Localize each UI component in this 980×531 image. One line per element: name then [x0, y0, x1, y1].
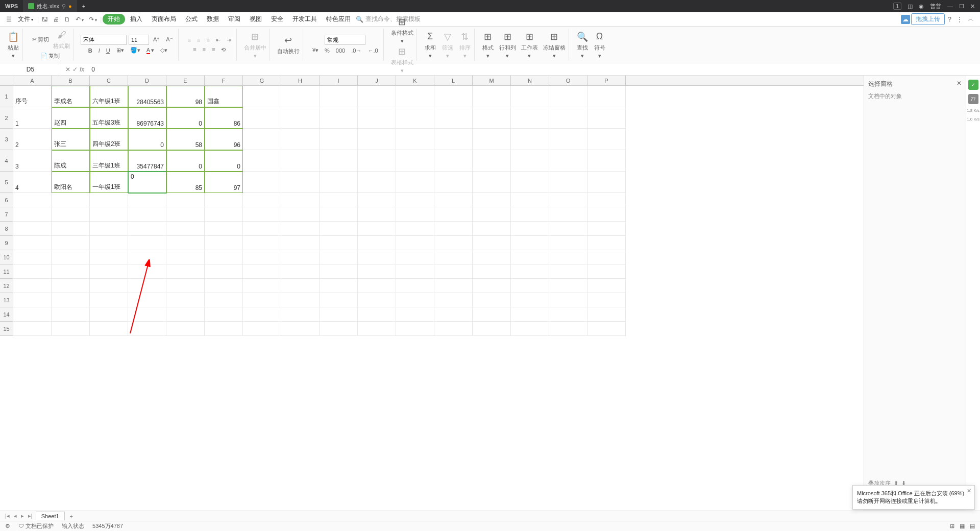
cell[interactable] [281, 322, 320, 336]
decimal-dec-button[interactable]: ←.0 [365, 46, 380, 55]
cell[interactable] [587, 222, 626, 236]
cell[interactable] [434, 250, 473, 264]
sheet-nav-next[interactable]: ▸ [20, 513, 25, 519]
italic-button[interactable]: I [96, 46, 102, 55]
row-header[interactable]: 8 [0, 222, 13, 236]
cell[interactable] [549, 293, 587, 307]
cell[interactable] [511, 150, 549, 172]
cell[interactable] [587, 279, 626, 293]
cell[interactable] [358, 193, 396, 207]
row-header[interactable]: 10 [0, 250, 13, 264]
cell[interactable] [549, 129, 587, 150]
cell[interactable] [205, 264, 243, 279]
cell[interactable] [396, 193, 434, 207]
cell[interactable] [434, 307, 473, 322]
cell[interactable] [281, 150, 320, 172]
cell[interactable] [511, 264, 549, 279]
cell[interactable] [320, 264, 358, 279]
cell[interactable]: 四年级2班 [90, 129, 128, 150]
cell[interactable]: 28405563 [128, 86, 166, 107]
indent-increase-button[interactable]: ⇥ [225, 36, 233, 44]
align-middle-button[interactable]: ≡ [195, 36, 202, 44]
cell[interactable] [396, 279, 434, 293]
cell[interactable] [281, 236, 320, 250]
cell[interactable] [205, 250, 243, 264]
cell[interactable]: 96 [205, 129, 243, 150]
cell[interactable] [587, 264, 626, 279]
cell[interactable] [587, 293, 626, 307]
sort-button[interactable]: ⇅排序▾ [459, 31, 471, 59]
cell[interactable] [358, 107, 396, 129]
cell[interactable] [473, 86, 511, 107]
cell[interactable] [90, 222, 128, 236]
font-size-combo[interactable] [129, 35, 149, 45]
cell[interactable] [549, 107, 587, 129]
cell[interactable] [434, 107, 473, 129]
row-header[interactable]: 14 [0, 307, 13, 322]
cell[interactable] [511, 129, 549, 150]
cell[interactable] [358, 172, 396, 193]
cell[interactable] [166, 207, 205, 222]
cell[interactable] [549, 236, 587, 250]
row-header[interactable]: 2 [0, 107, 13, 129]
cell[interactable] [52, 307, 90, 322]
row-header[interactable]: 1 [0, 86, 13, 107]
score-badge[interactable]: 77 [968, 94, 978, 104]
col-header[interactable]: I [320, 76, 358, 85]
cell[interactable] [511, 207, 549, 222]
cell[interactable]: 35477847 [128, 150, 166, 172]
cell[interactable] [511, 172, 549, 193]
cell[interactable]: 三年级1班 [90, 150, 128, 172]
cell[interactable] [13, 236, 52, 250]
decimal-inc-button[interactable]: .0→ [349, 46, 363, 55]
cell[interactable] [281, 193, 320, 207]
save-icon[interactable]: 🖫 [40, 15, 50, 24]
cell[interactable] [434, 264, 473, 279]
worksheet-button[interactable]: ⊞工作表▾ [521, 31, 538, 59]
cell[interactable] [587, 193, 626, 207]
cell[interactable] [396, 86, 434, 107]
cell[interactable] [473, 150, 511, 172]
cell[interactable] [205, 193, 243, 207]
cell[interactable] [128, 236, 166, 250]
cell[interactable] [90, 207, 128, 222]
cloud-icon[interactable]: ☁ [901, 15, 910, 24]
border-button[interactable]: ⊞▾ [114, 46, 126, 55]
cell[interactable] [434, 322, 473, 336]
col-header[interactable]: P [587, 76, 626, 85]
cell[interactable] [549, 193, 587, 207]
cell[interactable] [13, 250, 52, 264]
cell[interactable] [358, 250, 396, 264]
cell[interactable] [549, 250, 587, 264]
cell[interactable] [52, 264, 90, 279]
cell[interactable] [52, 222, 90, 236]
cell[interactable]: 0 [128, 172, 166, 193]
cell[interactable] [434, 172, 473, 193]
cell[interactable]: 赵四 [52, 107, 90, 129]
cond-format-button[interactable]: ⊞条件格式▾ [391, 16, 413, 44]
upload-button[interactable]: 拖拽上传 [911, 13, 945, 25]
align-left-button[interactable]: ≡ [191, 45, 198, 54]
cell[interactable]: 序号 [13, 86, 52, 107]
col-header[interactable]: C [90, 76, 128, 85]
cell[interactable] [549, 307, 587, 322]
cell[interactable]: 五年级3班 [90, 107, 128, 129]
cell[interactable] [90, 293, 128, 307]
cell[interactable] [52, 193, 90, 207]
cell[interactable] [13, 222, 52, 236]
cell[interactable] [434, 193, 473, 207]
cell[interactable] [320, 150, 358, 172]
sheet-nav-last[interactable]: ▸| [27, 513, 34, 519]
sum-button[interactable]: Σ求和▾ [424, 31, 436, 59]
cell[interactable] [396, 250, 434, 264]
cell[interactable] [243, 222, 281, 236]
add-sheet-button[interactable]: + [67, 513, 76, 519]
col-header[interactable]: A [13, 76, 52, 85]
paste-button[interactable]: 📋粘贴▾ [7, 31, 19, 59]
cell[interactable] [358, 279, 396, 293]
cell[interactable]: 86 [205, 107, 243, 129]
find-button[interactable]: 🔍查找▾ [576, 31, 589, 59]
cell[interactable] [320, 86, 358, 107]
panel-close-icon[interactable]: ✕ [957, 80, 962, 88]
help-icon[interactable]: ? [946, 15, 953, 24]
